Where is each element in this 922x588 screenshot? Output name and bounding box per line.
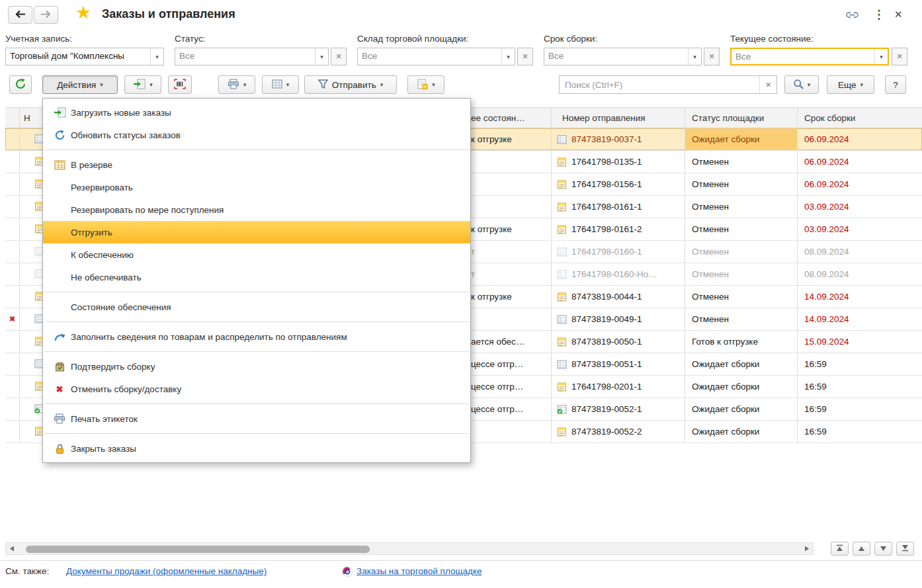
scroll-right-icon[interactable] xyxy=(801,543,813,554)
menu-item-label: Обновить статусы заказов xyxy=(71,130,181,140)
page-up-button[interactable] xyxy=(853,542,870,556)
chevron-down-icon[interactable]: ▾ xyxy=(150,48,163,65)
account-value: Торговый дом "Комплексны xyxy=(6,48,150,65)
horizontal-scrollbar[interactable] xyxy=(5,542,814,555)
scroll-left-icon[interactable] xyxy=(6,543,18,554)
search-input[interactable] xyxy=(560,76,759,93)
cell-flag xyxy=(5,173,20,195)
cell-marketplace-status: Отменен xyxy=(685,196,798,218)
cell-flag xyxy=(5,263,20,285)
clear-assembly-due-filter-button[interactable]: ✕ xyxy=(704,48,720,65)
menu-item[interactable]: В резерве xyxy=(43,153,470,176)
sheet-check-icon xyxy=(557,405,567,416)
filter-current-state-label: Текущее состояние: xyxy=(730,34,814,44)
send-button[interactable]: Отправить ▾ xyxy=(304,75,397,94)
cell-shipment-number: 87473819-0052-2 xyxy=(552,421,685,442)
forward-button[interactable] xyxy=(34,6,58,24)
menu-item[interactable]: Резервировать xyxy=(43,176,470,198)
warehouse-combobox[interactable]: Все ▾ xyxy=(357,48,515,65)
refresh-icon xyxy=(15,78,26,92)
scrollbar-thumb[interactable] xyxy=(26,546,370,553)
account-combobox[interactable]: Торговый дом "Комплексны ▾ xyxy=(5,48,164,65)
chevron-down-icon[interactable]: ▾ xyxy=(315,48,328,65)
load-orders-split-button[interactable]: ▾ xyxy=(124,75,161,94)
shipment-number-text: 87473819-0049-1 xyxy=(571,308,642,330)
clear-status-filter-button[interactable]: ✕ xyxy=(331,48,347,65)
footer-divider xyxy=(0,560,922,561)
menu-item[interactable]: К обеспечению xyxy=(43,243,470,266)
search-clear-button[interactable]: ✕ xyxy=(759,76,776,93)
menu-item[interactable]: Обновить статусы заказов xyxy=(43,124,470,146)
refresh-blue-icon xyxy=(51,130,68,141)
menu-item-label: Печать этикеток xyxy=(71,414,138,424)
go-to-bottom-button[interactable] xyxy=(896,542,914,556)
menu-item-label: Состояние обеспечения xyxy=(71,302,171,312)
marketplace-logo-icon xyxy=(341,566,353,579)
menu-item-label: В резерве xyxy=(71,160,112,170)
menu-item[interactable]: Загрузить новые заказы xyxy=(43,101,470,124)
current-state-combobox[interactable]: Все ▾ xyxy=(730,48,889,65)
back-button[interactable] xyxy=(8,6,32,24)
favorite-star-icon[interactable]: ★ xyxy=(75,2,91,23)
scrollbar-track[interactable] xyxy=(18,543,801,554)
menu-item[interactable]: Подтвердить сборку xyxy=(43,355,470,378)
link-icon[interactable] xyxy=(845,11,859,21)
menu-item[interactable]: Заполнить сведения по товарам и распреде… xyxy=(43,325,470,348)
more-button[interactable]: Еще ▾ xyxy=(827,75,874,94)
barcode-button[interactable] xyxy=(168,75,192,94)
cell-assembly-due: 03.09.2024 xyxy=(798,218,922,240)
menu-item[interactable]: ✖Отменить сборку/доставку xyxy=(43,378,470,400)
forward-arrow-icon xyxy=(40,10,52,21)
go-to-top-button[interactable] xyxy=(831,542,849,556)
close-icon[interactable]: ✕ xyxy=(894,9,903,21)
printer-icon xyxy=(51,413,68,424)
cell-flag xyxy=(5,331,20,353)
menu-item-label: Резервировать по мере поступления xyxy=(71,205,224,215)
chevron-down-icon: ▾ xyxy=(432,81,435,88)
filter-assembly-due: Срок сборки: Все ▾ ✕ xyxy=(544,48,702,65)
menu-item[interactable]: Отгрузить xyxy=(43,221,470,243)
chevron-down-icon[interactable]: ▾ xyxy=(874,49,888,64)
refresh-button[interactable] xyxy=(9,75,32,94)
more-menu-icon[interactable]: ⋮ xyxy=(873,7,885,22)
search-split-button[interactable]: ▾ xyxy=(784,75,819,94)
chevron-down-icon: ▾ xyxy=(380,81,384,88)
menu-item[interactable]: Резервировать по мере поступления xyxy=(43,198,470,221)
clear-warehouse-filter-button[interactable]: ✕ xyxy=(517,48,533,65)
status-combobox[interactable]: Все ▾ xyxy=(175,48,329,65)
menu-item[interactable]: Состояние обеспечения xyxy=(43,296,470,318)
header-shipment-column[interactable]: Номер отправления xyxy=(552,108,685,128)
chevron-down-icon[interactable]: ▾ xyxy=(501,48,515,65)
see-also-label: См. также: xyxy=(5,566,49,576)
help-button[interactable]: ? xyxy=(885,75,906,94)
assembly-due-combobox[interactable]: Все ▾ xyxy=(544,48,702,65)
cell-assembly-due: 14.09.2024 xyxy=(798,286,922,308)
current-state-text: цессе отгр… xyxy=(471,353,523,375)
actions-button[interactable]: Действия ▾ xyxy=(42,75,118,94)
cell-shipment-number: 87473819-0050-1 xyxy=(552,331,685,353)
marketplace-orders-link[interactable]: Заказы на торговой площадке xyxy=(356,566,482,576)
sales-documents-link[interactable]: Документы продажи (оформленные накладные… xyxy=(66,566,267,576)
clear-current-state-filter-button[interactable]: ✕ xyxy=(892,48,907,65)
page-down-button[interactable] xyxy=(874,542,892,556)
chevron-down-icon: ▾ xyxy=(149,81,153,88)
chevron-down-icon[interactable]: ▾ xyxy=(688,48,701,65)
print-split-button[interactable]: ▾ xyxy=(218,75,255,94)
arrow-up-icon xyxy=(858,544,865,554)
menu-item[interactable]: Не обеспечивать xyxy=(43,266,470,288)
header-assembly-due-column[interactable]: Срок сборки xyxy=(798,108,922,128)
header-marketplace-status-column[interactable]: Статус площадки xyxy=(685,108,798,128)
search-box: ✕ xyxy=(559,75,777,94)
menu-item-label: Не обеспечивать xyxy=(71,273,142,282)
box-check-icon xyxy=(51,362,68,372)
shipment-number-text: 17641798-0160-Но… xyxy=(571,263,657,285)
cell-marketplace-status: Ожидает сборки xyxy=(685,376,798,398)
menu-item[interactable]: Закрыть заказы xyxy=(43,437,470,460)
document-create-split-button[interactable]: ▾ xyxy=(407,75,444,94)
note-icon xyxy=(557,337,567,349)
menu-item[interactable]: Печать этикеток xyxy=(43,407,470,430)
header-flag-column[interactable] xyxy=(5,108,20,128)
cell-marketplace-status: Ожидает сборки xyxy=(685,353,798,375)
report-split-button[interactable]: ▾ xyxy=(262,75,299,94)
header-shipment-label: Номер отправления xyxy=(562,113,646,123)
